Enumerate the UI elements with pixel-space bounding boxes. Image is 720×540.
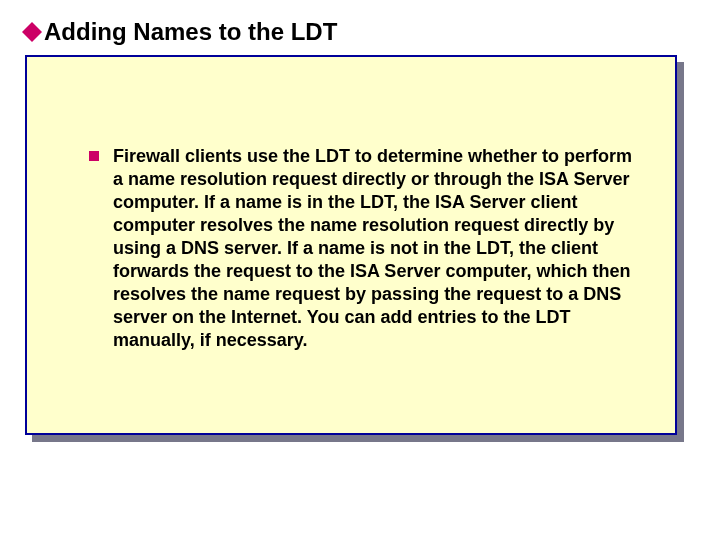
svg-marker-0	[22, 22, 42, 42]
slide-title-row: Adding Names to the LDT	[22, 18, 337, 46]
slide: Adding Names to the LDT Firewall clients…	[0, 0, 720, 540]
body-text: Firewall clients use the LDT to determin…	[113, 145, 643, 352]
square-bullet-icon	[89, 151, 99, 161]
body-row: Firewall clients use the LDT to determin…	[47, 145, 655, 352]
diamond-bullet-icon	[22, 22, 42, 42]
slide-title: Adding Names to the LDT	[44, 18, 337, 46]
content-box: Firewall clients use the LDT to determin…	[25, 55, 677, 435]
